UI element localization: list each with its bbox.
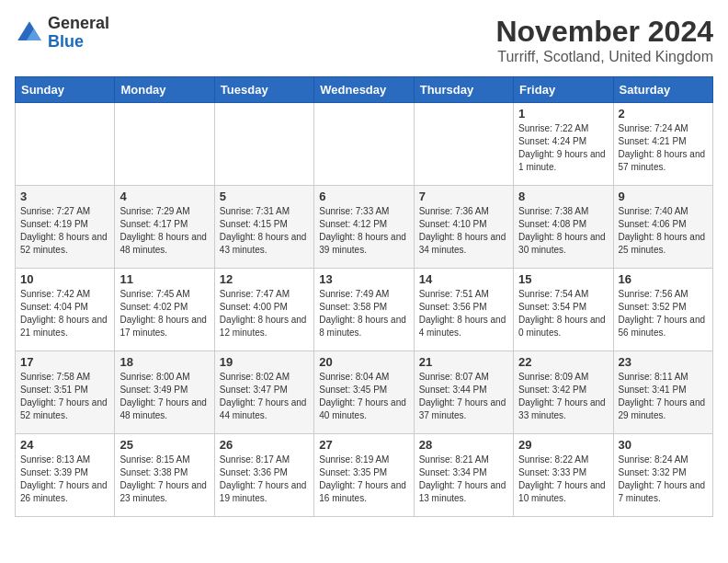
- calendar-cell: 18Sunrise: 8:00 AMSunset: 3:49 PMDayligh…: [115, 351, 214, 434]
- day-info: Sunrise: 8:17 AMSunset: 3:36 PMDaylight:…: [220, 454, 309, 505]
- calendar-cell: 19Sunrise: 8:02 AMSunset: 3:47 PMDayligh…: [214, 351, 313, 434]
- day-number: 26: [220, 438, 309, 452]
- day-info: Sunrise: 7:36 AMSunset: 4:10 PMDaylight:…: [419, 205, 508, 257]
- day-info: Sunrise: 7:58 AMSunset: 3:51 PMDaylight:…: [20, 371, 109, 422]
- logo-blue: Blue: [48, 33, 109, 52]
- day-info: Sunrise: 8:09 AMSunset: 3:42 PMDaylight:…: [518, 371, 608, 422]
- calendar-cell: 8Sunrise: 7:38 AMSunset: 4:08 PMDaylight…: [514, 186, 613, 269]
- logo-general: General: [48, 15, 109, 33]
- day-info: Sunrise: 8:19 AMSunset: 3:35 PMDaylight:…: [319, 454, 408, 505]
- day-number: 1: [518, 107, 608, 121]
- day-info: Sunrise: 7:40 AMSunset: 4:06 PMDaylight:…: [619, 205, 708, 257]
- day-number: 11: [119, 272, 209, 286]
- calendar-cell: 4Sunrise: 7:29 AMSunset: 4:17 PMDaylight…: [115, 186, 214, 269]
- day-number: 12: [220, 272, 309, 286]
- day-number: 10: [20, 272, 109, 286]
- day-number: 24: [20, 438, 109, 452]
- day-info: Sunrise: 7:33 AMSunset: 4:12 PMDaylight:…: [319, 205, 408, 257]
- day-info: Sunrise: 7:47 AMSunset: 4:00 PMDaylight:…: [220, 288, 309, 339]
- calendar-cell: 24Sunrise: 8:13 AMSunset: 3:39 PMDayligh…: [16, 434, 115, 517]
- calendar-cell: 27Sunrise: 8:19 AMSunset: 3:35 PMDayligh…: [314, 434, 414, 517]
- calendar-table: SundayMondayTuesdayWednesdayThursdayFrid…: [15, 76, 713, 517]
- day-number: 6: [319, 190, 408, 203]
- calendar-cell: 22Sunrise: 8:09 AMSunset: 3:42 PMDayligh…: [514, 351, 613, 434]
- weekday-header-row: SundayMondayTuesdayWednesdayThursdayFrid…: [16, 77, 713, 103]
- logo-icon: [15, 18, 44, 48]
- calendar-cell: 16Sunrise: 7:56 AMSunset: 3:52 PMDayligh…: [613, 269, 712, 351]
- day-info: Sunrise: 8:13 AMSunset: 3:39 PMDaylight:…: [20, 454, 109, 505]
- calendar-cell: 14Sunrise: 7:51 AMSunset: 3:56 PMDayligh…: [414, 269, 513, 351]
- day-info: Sunrise: 7:24 AMSunset: 4:21 PMDaylight:…: [619, 122, 708, 174]
- calendar-cell: 30Sunrise: 8:24 AMSunset: 3:32 PMDayligh…: [613, 434, 712, 517]
- day-info: Sunrise: 8:07 AMSunset: 3:44 PMDaylight:…: [419, 371, 508, 422]
- day-number: 23: [619, 355, 708, 369]
- calendar-cell: [414, 103, 513, 186]
- calendar-cell: 9Sunrise: 7:40 AMSunset: 4:06 PMDaylight…: [613, 186, 712, 269]
- day-number: 4: [119, 190, 209, 203]
- day-number: 21: [419, 355, 508, 369]
- day-info: Sunrise: 8:04 AMSunset: 3:45 PMDaylight:…: [319, 371, 408, 422]
- calendar-cell: 26Sunrise: 8:17 AMSunset: 3:36 PMDayligh…: [214, 434, 313, 517]
- calendar-cell: 6Sunrise: 7:33 AMSunset: 4:12 PMDaylight…: [314, 186, 414, 269]
- day-info: Sunrise: 7:27 AMSunset: 4:19 PMDaylight:…: [20, 205, 109, 257]
- calendar-cell: 12Sunrise: 7:47 AMSunset: 4:00 PMDayligh…: [214, 269, 313, 351]
- day-info: Sunrise: 7:31 AMSunset: 4:15 PMDaylight:…: [220, 205, 309, 257]
- calendar-cell: 1Sunrise: 7:22 AMSunset: 4:24 PMDaylight…: [514, 103, 613, 186]
- day-number: 3: [20, 190, 109, 203]
- day-info: Sunrise: 8:00 AMSunset: 3:49 PMDaylight:…: [119, 371, 209, 422]
- day-number: 28: [419, 438, 508, 452]
- day-info: Sunrise: 8:02 AMSunset: 3:47 PMDaylight:…: [220, 371, 309, 422]
- day-number: 16: [619, 272, 708, 286]
- day-info: Sunrise: 8:24 AMSunset: 3:32 PMDaylight:…: [619, 454, 708, 505]
- day-number: 20: [319, 355, 408, 369]
- day-number: 29: [518, 438, 608, 452]
- logo: General Blue: [15, 15, 109, 52]
- day-number: 13: [319, 272, 408, 286]
- day-number: 9: [619, 190, 708, 203]
- day-number: 25: [119, 438, 209, 452]
- calendar-cell: 2Sunrise: 7:24 AMSunset: 4:21 PMDaylight…: [613, 103, 712, 186]
- calendar-cell: 29Sunrise: 8:22 AMSunset: 3:33 PMDayligh…: [514, 434, 613, 517]
- weekday-header-cell: Thursday: [414, 77, 513, 103]
- calendar-cell: 21Sunrise: 8:07 AMSunset: 3:44 PMDayligh…: [414, 351, 513, 434]
- calendar-week-row: 17Sunrise: 7:58 AMSunset: 3:51 PMDayligh…: [16, 351, 713, 434]
- day-info: Sunrise: 7:22 AMSunset: 4:24 PMDaylight:…: [518, 122, 608, 174]
- day-number: 22: [518, 355, 608, 369]
- day-info: Sunrise: 7:38 AMSunset: 4:08 PMDaylight:…: [518, 205, 608, 257]
- weekday-header-cell: Monday: [115, 77, 214, 103]
- month-title: November 2024: [495, 15, 713, 49]
- calendar-week-row: 1Sunrise: 7:22 AMSunset: 4:24 PMDaylight…: [16, 103, 713, 186]
- day-info: Sunrise: 7:29 AMSunset: 4:17 PMDaylight:…: [119, 205, 209, 257]
- calendar-cell: 28Sunrise: 8:21 AMSunset: 3:34 PMDayligh…: [414, 434, 513, 517]
- calendar-week-row: 3Sunrise: 7:27 AMSunset: 4:19 PMDaylight…: [16, 186, 713, 269]
- day-info: Sunrise: 8:22 AMSunset: 3:33 PMDaylight:…: [518, 454, 608, 505]
- calendar-week-row: 10Sunrise: 7:42 AMSunset: 4:04 PMDayligh…: [16, 269, 713, 351]
- calendar-cell: 11Sunrise: 7:45 AMSunset: 4:02 PMDayligh…: [115, 269, 214, 351]
- day-number: 30: [619, 438, 708, 452]
- weekday-header-cell: Friday: [514, 77, 613, 103]
- calendar-week-row: 24Sunrise: 8:13 AMSunset: 3:39 PMDayligh…: [16, 434, 713, 517]
- calendar-cell: [115, 103, 214, 186]
- title-block: November 2024 Turriff, Scotland, United …: [495, 15, 713, 65]
- weekday-header-cell: Wednesday: [314, 77, 414, 103]
- page-header: General Blue November 2024 Turriff, Scot…: [15, 15, 713, 65]
- day-number: 17: [20, 355, 109, 369]
- day-number: 8: [518, 190, 608, 203]
- day-number: 27: [319, 438, 408, 452]
- calendar-cell: [314, 103, 414, 186]
- weekday-header-cell: Tuesday: [214, 77, 313, 103]
- calendar-cell: 7Sunrise: 7:36 AMSunset: 4:10 PMDaylight…: [414, 186, 513, 269]
- calendar-cell: [16, 103, 115, 186]
- day-info: Sunrise: 7:45 AMSunset: 4:02 PMDaylight:…: [119, 288, 209, 339]
- day-number: 5: [220, 190, 309, 203]
- weekday-header-cell: Saturday: [613, 77, 712, 103]
- calendar-cell: 20Sunrise: 8:04 AMSunset: 3:45 PMDayligh…: [314, 351, 414, 434]
- calendar-cell: 23Sunrise: 8:11 AMSunset: 3:41 PMDayligh…: [613, 351, 712, 434]
- calendar-cell: 17Sunrise: 7:58 AMSunset: 3:51 PMDayligh…: [16, 351, 115, 434]
- calendar-cell: 5Sunrise: 7:31 AMSunset: 4:15 PMDaylight…: [214, 186, 313, 269]
- day-number: 15: [518, 272, 608, 286]
- calendar-cell: 10Sunrise: 7:42 AMSunset: 4:04 PMDayligh…: [16, 269, 115, 351]
- day-info: Sunrise: 8:15 AMSunset: 3:38 PMDaylight:…: [119, 454, 209, 505]
- day-info: Sunrise: 7:56 AMSunset: 3:52 PMDaylight:…: [619, 288, 708, 339]
- day-number: 14: [419, 272, 508, 286]
